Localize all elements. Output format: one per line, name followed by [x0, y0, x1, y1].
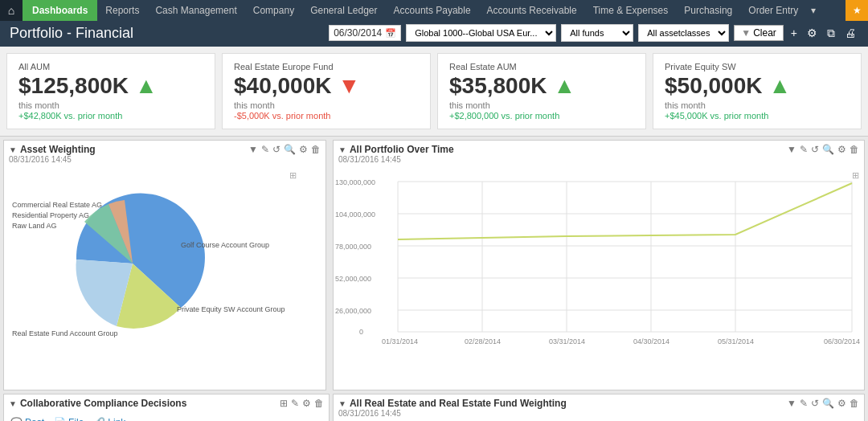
calendar-icon[interactable]: 📅 [385, 28, 396, 39]
nav-dashboards[interactable]: Dashboards [23, 0, 97, 21]
real-estate-icons: ▼ ✎ ↺ 🔍 ⚙ 🗑 [787, 398, 859, 409]
svg-text:130,000,000: 130,000,000 [335, 178, 375, 186]
asset-weighting-collapse-icon[interactable]: ▼ [9, 145, 17, 154]
kpi-re-aum-label: Real Estate AUM [449, 62, 634, 72]
all-portfolio-filter-icon[interactable]: ▼ [787, 144, 796, 155]
asset-classes-filter[interactable]: All assetclasses [638, 24, 729, 42]
all-portfolio-trash-icon[interactable]: 🗑 [850, 144, 859, 155]
asset-weighting-filter-icon[interactable]: ▼ [248, 144, 258, 155]
kpi-re-aum-period: this month [449, 100, 634, 110]
svg-text:104,000,000: 104,000,000 [335, 210, 375, 219]
nav-accounts-payable[interactable]: Accounts Payable [386, 0, 479, 21]
all-portfolio-icons: ▼ ✎ ↺ 🔍 ⚙ 🗑 [787, 144, 859, 155]
all-portfolio-chart: 130,000,000 104,000,000 78,000,000 52,00… [334, 167, 864, 352]
asset-weighting-timestamp: 08/31/2016 14:45 [4, 155, 326, 167]
real-estate-timestamp: 08/31/2016 14:45 [334, 409, 864, 421]
compliance-title: ▼ Collaborative Compliance Decisions [9, 398, 186, 409]
kpi-private-equity-change: +$45,000K vs. prior month [665, 111, 850, 121]
asset-weighting-edit-icon[interactable]: ✎ [261, 144, 269, 155]
tab-post[interactable]: 💬 Post [10, 417, 44, 421]
real-estate-header: ▼ All Real Estate and Real Estate Fund W… [334, 394, 864, 421]
kpi-private-equity-arrow: ▲ [768, 73, 791, 99]
page-header: Portfolio - Financial 06/30/2014 📅 Globa… [0, 21, 868, 47]
nav-reports[interactable]: Reports [97, 0, 147, 21]
real-estate-edit-icon[interactable]: ✎ [800, 398, 808, 409]
tab-link[interactable]: 🔗 Link [93, 417, 125, 421]
svg-text:Commercial Real Estate AG: Commercial Real Estate AG [12, 201, 102, 209]
nav-order-entry[interactable]: Order Entry [740, 0, 806, 21]
all-portfolio-body: 130,000,000 104,000,000 78,000,000 52,00… [334, 167, 864, 390]
nav-company[interactable]: Company [245, 0, 302, 21]
svg-text:06/30/2014: 06/30/2014 [824, 337, 860, 345]
all-portfolio-collapse-icon[interactable]: ▼ [338, 145, 346, 154]
nav-general-ledger[interactable]: General Ledger [302, 0, 385, 21]
settings-icon[interactable]: ⚙ [805, 27, 820, 39]
svg-text:26,000,000: 26,000,000 [335, 307, 371, 315]
top-navigation: ⌂ Dashboards Reports Cash Management Com… [0, 0, 868, 21]
copy-icon[interactable]: ⧉ [825, 27, 837, 40]
date-value: 06/30/2014 [334, 27, 382, 39]
print-icon[interactable]: 🖨 [842, 27, 858, 39]
add-widget-icon[interactable]: + [788, 27, 800, 39]
kpi-all-aum-label: All AUM [18, 62, 203, 72]
kpi-private-equity: Private Equity SW $50,000K ▲ this month … [653, 53, 862, 129]
nav-more-icon[interactable]: ▾ [806, 0, 821, 21]
nav-accounts-receivable[interactable]: Accounts Receivable [479, 0, 585, 21]
all-portfolio-panel: ▼ All Portfolio Over Time ▼ ✎ ↺ 🔍 ⚙ 🗑 08… [333, 140, 865, 390]
fund-selector[interactable]: Global 1000--Global USA Eur... [406, 24, 556, 42]
real-estate-settings-icon[interactable]: ⚙ [837, 398, 846, 409]
link-icon: 🔗 [93, 417, 105, 421]
tab-file[interactable]: 📄 File [54, 417, 84, 421]
svg-text:03/31/2014: 03/31/2014 [549, 337, 585, 345]
kpi-all-aum-value: $125,800K ▲ [18, 73, 203, 99]
all-portfolio-title: ▼ All Portfolio Over Time [338, 144, 454, 155]
kpi-re-europe-period: this month [234, 100, 419, 110]
kpi-all-aum-period: this month [18, 100, 203, 110]
asset-weighting-header: ▼ Asset Weighting ▼ ✎ ↺ 🔍 ⚙ 🗑 08/31/2016… [4, 141, 326, 167]
all-portfolio-header: ▼ All Portfolio Over Time ▼ ✎ ↺ 🔍 ⚙ 🗑 08… [334, 141, 864, 167]
kpi-re-aum-value: $35,800K ▲ [449, 73, 634, 99]
kpi-re-europe-label: Real Estate Europe Fund [234, 62, 419, 72]
real-estate-refresh-icon[interactable]: ↺ [811, 398, 819, 409]
kpi-private-equity-label: Private Equity SW [665, 62, 850, 72]
all-portfolio-edit-icon[interactable]: ✎ [800, 144, 808, 155]
asset-weighting-search-icon[interactable]: 🔍 [284, 144, 296, 155]
asset-weighting-refresh-icon[interactable]: ↺ [272, 144, 280, 155]
kpi-all-aum: All AUM $125,800K ▲ this month +$42,800K… [6, 53, 215, 129]
real-estate-search-icon[interactable]: 🔍 [822, 398, 834, 409]
nav-time-expenses[interactable]: Time & Expenses [585, 0, 677, 21]
svg-text:Private Equity SW Account Grou: Private Equity SW Account Group [177, 305, 285, 313]
asset-weighting-body: Commercial Real Estate AG Residential Pr… [4, 167, 326, 390]
kpi-re-europe-value: $40,000K ▼ [234, 73, 419, 99]
home-icon[interactable]: ⌂ [0, 0, 23, 21]
compliance-collapse-icon[interactable]: ▼ [9, 399, 17, 408]
kpi-re-europe: Real Estate Europe Fund $40,000K ▼ this … [222, 53, 431, 129]
kpi-re-europe-change: -$5,000K vs. prior month [234, 111, 419, 121]
all-portfolio-timestamp: 08/31/2016 14:45 [334, 155, 864, 167]
svg-text:02/28/2014: 02/28/2014 [465, 337, 501, 345]
file-icon: 📄 [54, 417, 66, 421]
compliance-edit-icon[interactable]: ✎ [291, 398, 299, 409]
svg-text:52,000,000: 52,000,000 [335, 275, 371, 283]
real-estate-collapse-icon[interactable]: ▼ [338, 399, 346, 408]
nav-purchasing[interactable]: Purchasing [676, 0, 740, 21]
svg-text:Golf Course Account Group: Golf Course Account Group [181, 241, 269, 249]
all-portfolio-settings-icon[interactable]: ⚙ [837, 144, 846, 155]
nav-star-icon[interactable]: ★ [845, 0, 868, 21]
nav-cash-management[interactable]: Cash Management [147, 0, 244, 21]
compliance-expand-icon[interactable]: ⊞ [280, 398, 288, 409]
compliance-trash-icon[interactable]: 🗑 [314, 398, 324, 409]
asset-weighting-trash-icon[interactable]: 🗑 [311, 144, 321, 155]
clear-button[interactable]: ▼ Clear [734, 25, 784, 41]
all-portfolio-refresh-icon[interactable]: ↺ [811, 144, 819, 155]
compliance-settings-icon[interactable]: ⚙ [302, 398, 311, 409]
kpi-re-aum-arrow: ▲ [553, 73, 575, 99]
page-title: Portfolio - Financial [10, 25, 133, 42]
funds-filter[interactable]: All funds [561, 24, 633, 42]
real-estate-filter-icon[interactable]: ▼ [787, 398, 796, 409]
main-charts-row: ▼ Asset Weighting ▼ ✎ ↺ 🔍 ⚙ 🗑 08/31/2016… [0, 137, 868, 394]
real-estate-trash-icon[interactable]: 🗑 [850, 398, 859, 409]
all-portfolio-search-icon[interactable]: 🔍 [822, 144, 834, 155]
kpi-re-aum: Real Estate AUM $35,800K ▲ this month +$… [437, 53, 646, 129]
asset-weighting-settings-icon[interactable]: ⚙ [299, 144, 308, 155]
